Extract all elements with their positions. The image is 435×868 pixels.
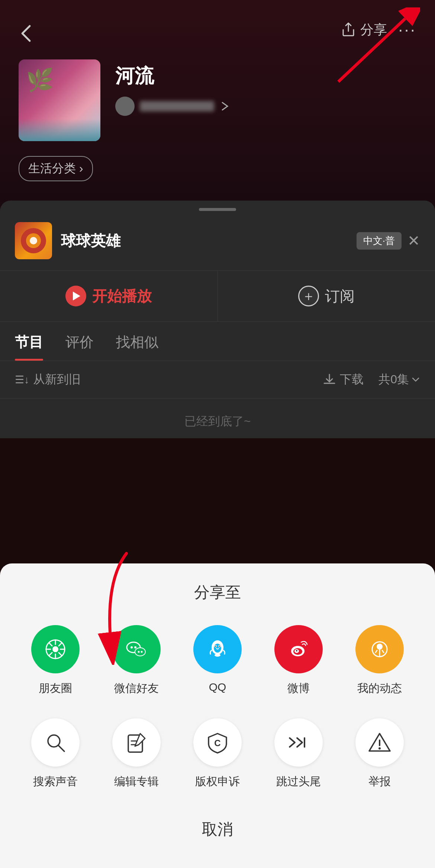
svg-point-22 <box>214 644 221 653</box>
download-icon <box>323 373 336 386</box>
share-wechat[interactable]: 微信好友 <box>112 625 161 696</box>
copyright-label: 版权申诉 <box>195 774 240 789</box>
album-decoration: 🌿 <box>26 67 54 93</box>
tabs-row: 节目 评价 找相似 <box>0 322 435 361</box>
search-sound-label: 搜索声音 <box>33 774 78 789</box>
action-search-sound[interactable]: 搜索声音 <box>31 718 80 789</box>
svg-point-27 <box>215 654 220 657</box>
mydynamic-icon <box>367 636 393 662</box>
share-moments[interactable]: 朋友圈 <box>31 625 80 696</box>
svg-line-14 <box>49 653 52 656</box>
weibo-icon-circle <box>274 625 323 673</box>
drag-handle[interactable] <box>199 208 236 211</box>
moments-label: 朋友圈 <box>39 681 72 696</box>
action-edit-album[interactable]: 编辑专辑 <box>112 718 161 789</box>
moments-icon <box>42 636 68 662</box>
category-tag[interactable]: 生活分类 › <box>19 156 93 181</box>
action-copyright[interactable]: C 版权申诉 <box>193 718 242 789</box>
chevron-right-icon <box>219 101 231 112</box>
edit-album-label: 编辑专辑 <box>114 774 159 789</box>
share-icons-row-1: 朋友圈 微信好友 <box>15 625 420 696</box>
share-qq[interactable]: QQ <box>193 625 242 696</box>
skip-intros-circle <box>274 718 323 767</box>
qq-icon <box>204 636 231 662</box>
album-art: 🌿 <box>19 59 100 141</box>
author-name <box>140 101 214 111</box>
mydynamic-icon-circle <box>355 625 404 673</box>
search-icon <box>44 731 68 755</box>
wechat-icon-circle <box>112 625 161 673</box>
weibo-icon <box>286 636 312 662</box>
subscribe-label: 订阅 <box>325 286 355 306</box>
album-title: 河流 <box>115 63 231 89</box>
album-info: 🌿 河流 <box>19 59 231 141</box>
album-title-area: 河流 <box>115 59 231 116</box>
svg-line-11 <box>49 643 52 646</box>
svg-point-44 <box>378 747 381 750</box>
svg-point-6 <box>52 646 58 652</box>
podcast-header: 球球英雄 中文·普 ✕ <box>0 222 435 259</box>
close-button[interactable]: ✕ <box>407 232 420 249</box>
skip-icon <box>287 731 311 755</box>
subscribe-button[interactable]: ＋ 订阅 <box>218 271 435 321</box>
close-tag: 中文·普 <box>357 232 402 250</box>
wechat-label: 微信好友 <box>114 681 159 696</box>
action-report[interactable]: 举报 <box>355 718 404 789</box>
wechat-icon <box>123 636 149 662</box>
tab-similar[interactable]: 找相似 <box>116 333 158 361</box>
podcast-thumbnail <box>15 222 52 259</box>
search-sound-circle <box>31 718 80 767</box>
moments-icon-circle <box>31 625 80 673</box>
report-label: 举报 <box>368 774 391 789</box>
copyright-circle: C <box>193 718 242 767</box>
play-icon <box>73 292 80 300</box>
svg-point-16 <box>130 646 133 648</box>
sort-label[interactable]: 从新到旧 <box>33 371 323 388</box>
qq-icon-circle <box>193 625 242 673</box>
share-mydynamic[interactable]: 我的动态 <box>355 625 404 696</box>
qq-label: QQ <box>209 681 226 693</box>
action-skip-intros[interactable]: 跳过头尾 <box>274 718 323 789</box>
svg-line-35 <box>382 650 384 653</box>
svg-point-4 <box>30 237 37 244</box>
cancel-button[interactable]: 取消 <box>15 812 420 847</box>
svg-point-20 <box>141 651 143 653</box>
author-avatar <box>115 97 135 116</box>
share-weibo[interactable]: 微博 <box>274 625 323 696</box>
episodes-count: 共0集 <box>378 371 420 388</box>
svg-line-34 <box>376 650 377 653</box>
back-button[interactable] <box>19 22 33 49</box>
share-button[interactable]: 分享 <box>340 21 387 39</box>
svg-point-31 <box>296 650 297 651</box>
warning-icon <box>368 731 392 755</box>
podcast-name: 球球英雄 <box>61 231 357 251</box>
more-button[interactable]: ··· <box>398 20 416 39</box>
share-sheet: 分享至 朋友圈 <box>0 563 435 868</box>
svg-text:C: C <box>214 738 220 748</box>
edit-icon <box>125 731 149 755</box>
skip-intros-label: 跳过头尾 <box>276 774 321 789</box>
album-art-gradient <box>19 119 100 141</box>
tab-reviews[interactable]: 评价 <box>65 333 94 361</box>
top-actions: 分享 ··· <box>340 20 416 39</box>
play-circle <box>65 286 86 306</box>
edit-album-circle <box>112 718 161 767</box>
play-button[interactable]: 开始播放 <box>0 271 218 321</box>
podcast-panel: 球球英雄 中文·普 ✕ 开始播放 ＋ 订阅 节目 评价 找相似 ☰↓ 从新到旧 <box>0 201 435 438</box>
svg-point-25 <box>215 646 216 647</box>
svg-line-13 <box>59 643 62 646</box>
red-arrow-top <box>309 7 420 89</box>
svg-point-33 <box>377 644 383 650</box>
tab-episodes[interactable]: 节目 <box>15 333 43 361</box>
bottom-reached-text: 已经到底了~ <box>0 399 435 445</box>
svg-point-17 <box>134 646 136 648</box>
share-icons-row-2: 搜索声音 编辑专辑 C 版权申诉 <box>15 718 420 789</box>
svg-line-37 <box>58 745 64 751</box>
sort-row: ☰↓ 从新到旧 下载 共0集 <box>0 361 435 399</box>
subscribe-circle: ＋ <box>298 286 319 306</box>
share-title: 分享至 <box>15 582 420 603</box>
download-button[interactable]: 下载 <box>323 371 364 388</box>
svg-line-12 <box>59 653 62 656</box>
svg-point-19 <box>138 651 140 653</box>
svg-point-26 <box>219 646 220 647</box>
